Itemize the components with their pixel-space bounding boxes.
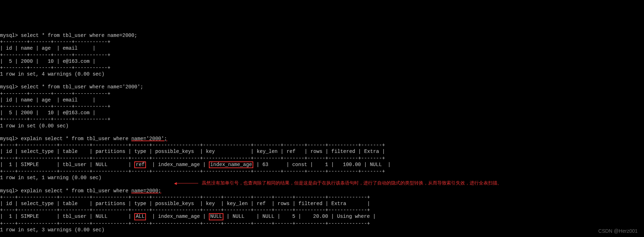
explain-border: +----+-------------+----------+---------… <box>0 207 370 213</box>
explain-data-row: | 1 | SIMPLE | tbl_user | NULL | ref | i… <box>0 162 391 167</box>
type-highlighted: ref <box>134 161 146 168</box>
mysql-prompt: mysql> <box>0 84 18 90</box>
table-border: +--------+-------+------+-----------+ <box>0 39 110 45</box>
table-border: +--------+-------+------+-----------+ <box>0 65 110 71</box>
explain-header-row: | id | select_type | table | partitions … <box>0 149 385 154</box>
mysql-prompt: mysql> <box>0 136 18 142</box>
table-border: +--------+-------+------+-----------+ <box>0 52 110 58</box>
explain-border: +----+-------------+----------+---------… <box>0 155 385 161</box>
status-line: 1 row in set, 4 warnings (0.00 sec) <box>0 71 104 77</box>
query-condition-highlighted: name=2000; <box>131 188 161 194</box>
terminal-output: mysql> select * from tbl_user where name… <box>0 26 644 233</box>
table-header: | id | name | age | email | <box>0 97 96 103</box>
annotation-callout: 虽然没有加单引号，也查询除了相同的结果，但是这是由于在执行该条语句时，进行了自动… <box>174 180 636 186</box>
status-line: 1 row in set, 1 warning (0.00 sec) <box>0 175 102 181</box>
table-border: +--------+-------+------+-----------+ <box>0 91 110 97</box>
query-line: select * from tbl_user where name=2000; <box>21 33 137 38</box>
status-line: 1 row in set (0.00 sec) <box>0 123 69 129</box>
status-line: 1 row in set, 3 warnings (0.00 sec) <box>0 227 104 233</box>
table-row: | 5 | 2000 | 10 | e@163.com | <box>0 59 96 64</box>
mysql-prompt: mysql> <box>0 188 18 194</box>
query-prefix: explain select * from tbl_user where <box>21 188 131 194</box>
key-highlighted: NULL <box>209 213 224 220</box>
query-prefix: explain select * from tbl_user where <box>21 136 131 142</box>
arrow-left-icon <box>174 180 198 186</box>
explain-border: +----+-------------+----------+---------… <box>0 194 370 200</box>
type-highlighted: ALL <box>134 213 146 220</box>
explain-data-row: | 1 | SIMPLE | tbl_user | NULL | ALL | i… <box>0 214 376 219</box>
explain-header-row: | id | select_type | table | partitions … <box>0 201 370 206</box>
table-row: | 5 | 2000 | 10 | e@163.com | <box>0 110 96 116</box>
query-condition-highlighted: name='2000'; <box>131 136 167 142</box>
annotated-line: mysql> explain select * from tbl_user wh… <box>0 188 161 194</box>
explain-border: +----+-------------+----------+---------… <box>0 142 385 148</box>
explain-border: +----+-------------+----------+---------… <box>0 169 385 174</box>
key-highlighted: index_name_age <box>209 161 254 168</box>
table-border: +--------+-------+------+-----------+ <box>0 116 110 122</box>
table-border: +--------+-------+------+-----------+ <box>0 104 110 109</box>
explain-border: +----+-------------+----------+---------… <box>0 221 370 226</box>
query-line: select * from tbl_user where name='2000'… <box>21 84 143 90</box>
table-header: | id | name | age | email | <box>0 45 96 51</box>
mysql-prompt: mysql> <box>0 33 18 38</box>
annotation-text: 虽然没有加单引号，也查询除了相同的结果，但是这是由于在执行该条语句时，进行了自动… <box>202 180 502 186</box>
